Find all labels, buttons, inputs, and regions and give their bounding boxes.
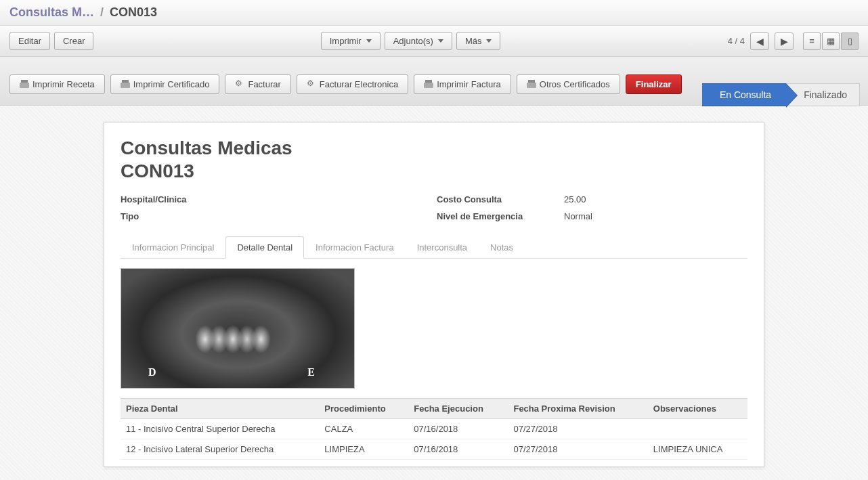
pager-text: 4 / 4 bbox=[728, 36, 745, 46]
arrow-left-icon: ◀ bbox=[756, 36, 764, 47]
print-recipe-label: Imprimir Receta bbox=[32, 79, 95, 89]
cell-proc: CALZA bbox=[319, 419, 408, 439]
status-strip: En Consulta Finalizado bbox=[702, 83, 860, 106]
value-nivel: Normal bbox=[564, 211, 747, 221]
status-in-consult[interactable]: En Consulta bbox=[702, 83, 786, 106]
create-button[interactable]: Crear bbox=[54, 32, 94, 50]
print-dropdown[interactable]: Imprimir bbox=[321, 32, 381, 50]
breadcrumb-current: CON013 bbox=[110, 5, 157, 19]
chevron-down-icon bbox=[438, 39, 443, 43]
col-fecha-ejecucion[interactable]: Fecha Ejecucion bbox=[408, 399, 508, 419]
value-tipo bbox=[241, 211, 425, 221]
tab-interconsulta[interactable]: Interconsulta bbox=[406, 236, 479, 259]
table-row[interactable]: 12 - Incisivo Lateral Superior DerechaLI… bbox=[121, 439, 747, 460]
invoice-electronic-button[interactable]: Facturar Electronica bbox=[297, 74, 408, 94]
form-sheet: Consultas Medicas CON013 Hospital/Clinic… bbox=[104, 122, 764, 467]
record-code: CON013 bbox=[121, 160, 747, 182]
cell-proc: LIMPIEZA bbox=[319, 439, 408, 460]
more-dropdown[interactable]: Más bbox=[456, 32, 501, 50]
cell-obs bbox=[648, 419, 747, 439]
control-bar: Editar Crear Imprimir Adjunto(s) Más 4 /… bbox=[0, 26, 868, 57]
calendar-view-button[interactable]: ▦ bbox=[822, 32, 840, 50]
attachments-label: Adjunto(s) bbox=[393, 36, 433, 46]
other-certificates-label: Otros Certificados bbox=[540, 79, 610, 89]
value-costo: 25.00 bbox=[564, 194, 747, 204]
col-observaciones[interactable]: Observaciones bbox=[648, 399, 747, 419]
breadcrumb-separator: / bbox=[100, 5, 104, 19]
invoice-label: Facturar bbox=[248, 79, 280, 89]
xray-d-marker: D bbox=[148, 366, 156, 378]
calendar-icon: ▦ bbox=[827, 36, 835, 46]
tab-info-principal[interactable]: Informacion Principal bbox=[121, 236, 225, 259]
chevron-down-icon bbox=[366, 39, 372, 43]
xray-image[interactable]: D E bbox=[121, 268, 355, 389]
label-nivel: Nivel de Emergencia bbox=[437, 211, 552, 221]
print-label: Imprimir bbox=[330, 36, 362, 46]
cell-pieza: 12 - Incisivo Lateral Superior Derecha bbox=[121, 439, 319, 460]
print-invoice-label: Imprimir Factura bbox=[437, 79, 501, 89]
col-procedimiento[interactable]: Procedimiento bbox=[319, 399, 408, 419]
form-icon: ▯ bbox=[848, 36, 852, 46]
printer-icon bbox=[20, 80, 29, 88]
view-switcher: ≡ ▦ ▯ bbox=[803, 32, 859, 50]
print-invoice-button[interactable]: Imprimir Factura bbox=[414, 74, 511, 94]
finalize-button[interactable]: Finalizar bbox=[626, 74, 682, 94]
print-certificate-label: Imprimir Certificado bbox=[133, 79, 210, 89]
table-header-row: Pieza Dental Procedimiento Fecha Ejecuci… bbox=[121, 399, 747, 419]
tab-detalle-dental[interactable]: Detalle Dental bbox=[225, 236, 304, 259]
arrow-right-icon: ▶ bbox=[781, 36, 788, 47]
edit-button[interactable]: Editar bbox=[9, 32, 50, 50]
page-title: Consultas Medicas bbox=[121, 137, 747, 159]
cell-fecha_ejec: 07/16/2018 bbox=[408, 439, 508, 460]
list-view-button[interactable]: ≡ bbox=[803, 32, 821, 50]
cell-pieza: 11 - Incisivo Central Superior Derecha bbox=[121, 419, 319, 439]
chevron-down-icon bbox=[486, 39, 492, 43]
print-certificate-button[interactable]: Imprimir Certificado bbox=[110, 74, 220, 94]
col-fecha-revision[interactable]: Fecha Proxima Revision bbox=[508, 399, 647, 419]
cell-fecha_ejec: 07/16/2018 bbox=[408, 419, 508, 439]
dental-table: Pieza Dental Procedimiento Fecha Ejecuci… bbox=[121, 398, 747, 460]
list-icon: ≡ bbox=[809, 36, 815, 46]
tab-info-factura[interactable]: Informacion Factura bbox=[304, 236, 406, 259]
col-pieza[interactable]: Pieza Dental bbox=[121, 399, 319, 419]
form-view-button[interactable]: ▯ bbox=[841, 32, 859, 50]
cell-obs: LIMPIEZA UNICA bbox=[648, 439, 747, 460]
cell-fecha_rev: 07/27/2018 bbox=[508, 419, 647, 439]
xray-e-marker: E bbox=[307, 366, 315, 378]
printer-icon bbox=[424, 80, 433, 88]
table-row[interactable]: 11 - Incisivo Central Superior DerechaCA… bbox=[121, 419, 747, 439]
label-hospital: Hospital/Clinica bbox=[121, 194, 229, 204]
print-recipe-button[interactable]: Imprimir Receta bbox=[9, 74, 105, 94]
cell-fecha_rev: 07/27/2018 bbox=[508, 439, 647, 460]
pager-prev-button[interactable]: ◀ bbox=[750, 32, 769, 50]
invoice-button[interactable]: Facturar bbox=[225, 74, 290, 94]
invoice-electronic-label: Facturar Electronica bbox=[320, 79, 398, 89]
tab-notas[interactable]: Notas bbox=[479, 236, 525, 259]
pager: 4 / 4 ◀ ▶ bbox=[728, 32, 794, 50]
action-bar: Imprimir Receta Imprimir Certificado Fac… bbox=[0, 57, 868, 106]
center-button-group: Imprimir Adjunto(s) Más bbox=[321, 32, 501, 50]
label-costo: Costo Consulta bbox=[437, 194, 552, 204]
gears-icon bbox=[235, 80, 244, 88]
sheet-container: Consultas Medicas CON013 Hospital/Clinic… bbox=[0, 106, 868, 480]
breadcrumb-parent[interactable]: Consultas M… bbox=[9, 5, 94, 19]
printer-icon bbox=[121, 80, 130, 88]
field-grid: Hospital/Clinica Costo Consulta 25.00 Ti… bbox=[121, 194, 747, 221]
attachments-dropdown[interactable]: Adjunto(s) bbox=[385, 32, 452, 50]
more-label: Más bbox=[465, 36, 482, 46]
gears-icon bbox=[307, 80, 316, 88]
breadcrumb: Consultas M… / CON013 bbox=[0, 0, 868, 26]
value-hospital bbox=[241, 194, 425, 204]
printer-icon bbox=[527, 80, 536, 88]
tab-bar: Informacion Principal Detalle Dental Inf… bbox=[121, 236, 747, 259]
label-tipo: Tipo bbox=[121, 211, 229, 221]
pager-next-button[interactable]: ▶ bbox=[775, 32, 794, 50]
other-certificates-button[interactable]: Otros Certificados bbox=[517, 74, 620, 94]
